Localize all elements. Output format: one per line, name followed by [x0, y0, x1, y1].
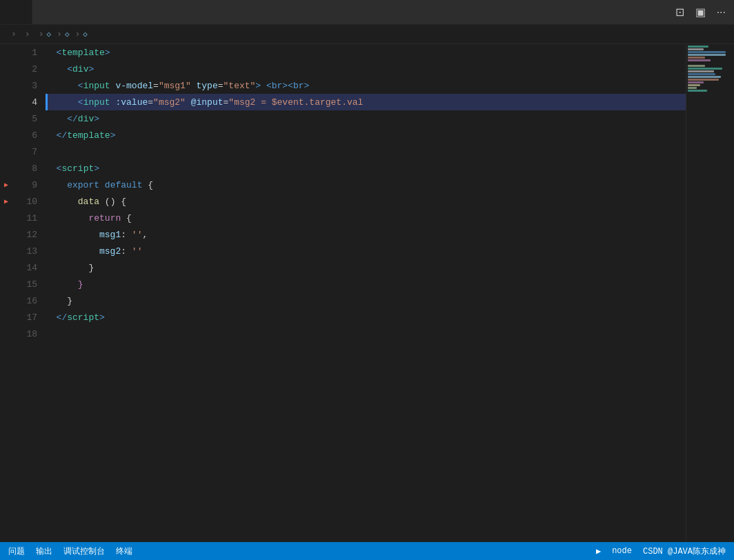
margin-indicator-13	[0, 243, 12, 259]
code-line-2: <div>	[46, 61, 686, 77]
breadcrumb-input[interactable]: ◇	[83, 30, 90, 39]
code-line-6: </template>	[46, 127, 686, 143]
line-number-18: 18	[12, 326, 46, 342]
code-line-1: <template>	[46, 44, 686, 61]
breadcrumb-div-icon: ◇	[65, 30, 70, 39]
code-line-8: <script>	[46, 160, 686, 177]
line-number-12: 12	[12, 226, 46, 243]
code-line-15: }	[46, 276, 686, 292]
tab-actions: ⊡ ▣ ···	[667, 0, 734, 24]
code-line-13: msg2: ''	[46, 243, 686, 259]
status-csdn: CSDN @JAVA陈东成神	[643, 546, 726, 557]
line-number-1: 1	[12, 44, 46, 61]
margin-indicator-17	[0, 309, 12, 326]
status-output[interactable]: 输出	[36, 546, 52, 557]
line-number-4: 4	[12, 94, 46, 110]
status-bar: 问题 输出 调试控制台 终端 ▶ node CSDN @JAVA陈东成神	[0, 542, 734, 560]
margin-indicator-10: ▶	[0, 193, 12, 210]
more-actions-button[interactable]: ···	[714, 3, 728, 21]
code-line-11: return {	[46, 210, 686, 226]
margin-indicator-16	[0, 292, 12, 309]
status-terminal-icon: ▶	[596, 546, 601, 557]
breadcrumb-sep2: ›	[25, 29, 30, 39]
status-right: ▶ node CSDN @JAVA陈东成神	[596, 546, 726, 557]
margin-indicator-4	[0, 94, 12, 110]
line-number-15: 15	[12, 276, 46, 292]
editor-container: ▶▶ 123456789101112131415161718 <template…	[0, 44, 734, 542]
breadcrumb-input-icon: ◇	[83, 30, 88, 39]
margin-indicator-11	[0, 210, 12, 226]
line-number-14: 14	[12, 259, 46, 276]
line-number-10: 10	[12, 193, 46, 210]
status-terminal[interactable]: 终端	[116, 546, 132, 557]
line-numbers: 123456789101112131415161718	[12, 44, 46, 542]
margin-indicator-15	[0, 276, 12, 292]
breadcrumb-template[interactable]: ◇	[46, 30, 54, 39]
status-problems[interactable]: 问题	[8, 546, 25, 557]
breadcrumb-template-icon: ◇	[46, 30, 51, 39]
code-lines: <template> <div> <input v-model="msg1" t…	[46, 44, 686, 342]
line-number-3: 3	[12, 77, 46, 94]
line-number-6: 6	[12, 127, 46, 143]
split-editor-button[interactable]: ⊡	[673, 3, 687, 21]
code-line-18	[46, 326, 686, 342]
line-number-7: 7	[12, 143, 46, 160]
breadcrumb: › › › ◇ › ◇ › ◇	[0, 25, 734, 44]
code-area[interactable]: <template> <div> <input v-model="msg1" t…	[46, 44, 686, 542]
code-line-17: </script>	[46, 309, 686, 326]
margin-indicator-14	[0, 259, 12, 276]
code-line-9: export default {	[46, 177, 686, 193]
breadcrumb-sep3: ›	[39, 29, 44, 39]
breadcrumb-div[interactable]: ◇	[65, 30, 72, 39]
status-debug[interactable]: 调试控制台	[63, 546, 105, 557]
margin-indicator-7	[0, 143, 12, 160]
line-number-5: 5	[12, 110, 46, 127]
line-number-16: 16	[12, 292, 46, 309]
vertical-scrollbar[interactable]	[727, 44, 734, 542]
breadcrumb-sep5: ›	[75, 29, 81, 39]
breadcrumb-sep1: ›	[11, 29, 17, 39]
margin-indicator-3	[0, 77, 12, 94]
tab-bar: ⊡ ▣ ···	[0, 0, 734, 25]
margin-indicator-9: ▶	[0, 177, 12, 193]
code-line-3: <input v-model="msg1" type="text"> <br><…	[46, 77, 686, 94]
breadcrumb-sep4: ›	[57, 29, 62, 39]
layout-button[interactable]: ▣	[693, 3, 708, 21]
status-node: node	[612, 546, 632, 556]
line-number-17: 17	[12, 309, 46, 326]
margin-indicator-8	[0, 160, 12, 177]
margin-indicator-2	[0, 61, 12, 77]
margin-indicator-5	[0, 110, 12, 127]
margin-indicator-18	[0, 326, 12, 342]
line-number-2: 2	[12, 61, 46, 77]
line-number-8: 8	[12, 160, 46, 177]
code-line-5: </div>	[46, 110, 686, 127]
tab-app-vue[interactable]	[0, 0, 32, 24]
tab-close-button[interactable]	[21, 11, 23, 14]
margin-indicator-1	[0, 44, 12, 61]
code-line-4: <input :value="msg2" @input="msg2 = $eve…	[46, 94, 686, 110]
code-line-14: }	[46, 259, 686, 276]
line-number-11: 11	[12, 210, 46, 226]
line-number-9: 9	[12, 177, 46, 193]
code-line-16: }	[46, 292, 686, 309]
code-line-10: data () {	[46, 193, 686, 210]
minimap	[686, 44, 727, 542]
left-margin: ▶▶	[0, 44, 12, 542]
code-line-12: msg1: '',	[46, 226, 686, 243]
margin-indicator-12	[0, 226, 12, 243]
line-number-13: 13	[12, 243, 46, 259]
code-line-7	[46, 143, 686, 160]
margin-indicator-6	[0, 127, 12, 143]
